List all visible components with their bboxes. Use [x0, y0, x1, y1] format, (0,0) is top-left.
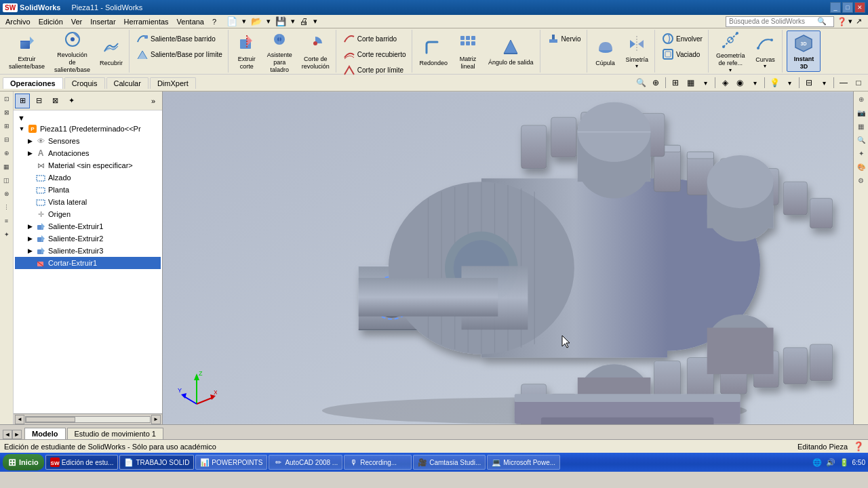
- zoom-to-area-icon[interactable]: ⊕: [649, 76, 663, 89]
- close-button[interactable]: ✕: [854, 2, 865, 13]
- simetria-dropdown[interactable]: ▾: [635, 63, 638, 69]
- light-dropdown[interactable]: ▾: [783, 76, 796, 89]
- save-dropdown[interactable]: ▾: [290, 16, 296, 26]
- start-button[interactable]: ⊞ Inicio: [3, 454, 44, 470]
- render-icon1[interactable]: ◈: [718, 76, 732, 89]
- taskbar-item-microsoft[interactable]: 💻 Microsoft Powe...: [487, 455, 560, 470]
- search-input[interactable]: [729, 18, 817, 25]
- render-icon2[interactable]: ◉: [733, 76, 747, 89]
- rmt-star[interactable]: ✦: [855, 147, 867, 159]
- tree-planta[interactable]: ▶ Planta: [15, 184, 161, 196]
- lp-icon-more[interactable]: »: [146, 94, 161, 108]
- corte-limite-button[interactable]: Corte por límite: [340, 62, 409, 77]
- menu-archivo[interactable]: Archivo: [1, 16, 35, 27]
- tree-saliente-extruir1[interactable]: ▶ Saliente-Extruir1: [15, 220, 161, 232]
- lsi-btn-9[interactable]: ⋮: [1, 201, 13, 214]
- saliente1-expander[interactable]: ▶: [26, 222, 34, 230]
- tree-alzado[interactable]: ▶ Alzado: [15, 171, 161, 184]
- nervio-button[interactable]: Nervio: [545, 31, 584, 46]
- lp-icon-star[interactable]: ✦: [64, 94, 79, 108]
- zoom-to-fit-icon[interactable]: 🔍: [634, 76, 648, 89]
- sensores-expander[interactable]: ▶: [26, 137, 34, 145]
- open-dropdown[interactable]: ▾: [266, 16, 271, 26]
- simetria-button[interactable]: Simetría ▾: [623, 31, 652, 71]
- redondeo-button[interactable]: Redondeo: [416, 35, 452, 68]
- print-icon[interactable]: 🖨: [298, 16, 311, 27]
- min-icon[interactable]: —: [837, 76, 850, 89]
- extruir-corte-button[interactable]: Extruircorte: [233, 30, 261, 73]
- instant3d-button[interactable]: 3D Instant3D: [787, 30, 821, 73]
- scroll-left[interactable]: ◄: [15, 415, 24, 424]
- print-dropdown[interactable]: ▾: [313, 16, 318, 26]
- lsi-btn-3[interactable]: ⊞: [1, 120, 13, 132]
- rmt-settings[interactable]: ⚙: [855, 174, 867, 186]
- corte-barrido-button[interactable]: Corte barrido: [340, 31, 409, 46]
- geometria-dropdown[interactable]: ▾: [729, 67, 732, 73]
- minimize-button[interactable]: _: [830, 2, 841, 13]
- new-dropdown[interactable]: ▾: [241, 16, 247, 26]
- tree-origen[interactable]: ▶ ✛ Origen: [15, 208, 161, 220]
- lp-icon-collapse[interactable]: ⊟: [31, 94, 46, 108]
- saliente2-expander[interactable]: ▶: [26, 235, 34, 243]
- search-box[interactable]: 🔍: [726, 16, 834, 27]
- status-help-icon[interactable]: ❓: [853, 441, 864, 451]
- section-dropdown[interactable]: ▾: [817, 76, 831, 89]
- menu-help[interactable]: ?: [208, 16, 220, 27]
- taskbar-item-powerpoints[interactable]: 📊 POWERPOINTS: [195, 455, 267, 470]
- lp-icon-filter[interactable]: ⊠: [47, 94, 62, 108]
- view-icon2[interactable]: ▦: [684, 76, 697, 89]
- taskbar-item-camtasia[interactable]: 🎥 Camtasia Studi...: [413, 455, 486, 470]
- open-file-icon[interactable]: 📂: [249, 16, 264, 27]
- tab-nav-left[interactable]: ◄: [3, 430, 12, 439]
- recubrir-button[interactable]: Recubrir: [96, 35, 126, 68]
- tree-root-item[interactable]: ▼ P Pieza11 (Predeterminado<<Pr: [15, 123, 161, 135]
- sw-help-icon[interactable]: ↗: [854, 16, 864, 26]
- saliente3-expander[interactable]: ▶: [26, 247, 34, 255]
- revolucion-button[interactable]: Revolucióndesaliente/base: [51, 26, 94, 75]
- lsi-btn-4[interactable]: ⊟: [1, 134, 13, 146]
- asistente-taladro-button[interactable]: Asistenteparataladro: [264, 26, 296, 75]
- tab-nav-right[interactable]: ►: [12, 430, 22, 439]
- curvas-button[interactable]: Curvas ▾: [751, 31, 779, 71]
- tree-saliente-extruir3[interactable]: ▶ Saliente-Extruir3: [15, 245, 161, 257]
- lsi-btn-1[interactable]: ⊡: [1, 93, 13, 105]
- lsi-btn-6[interactable]: ▦: [1, 161, 13, 173]
- envolver-button[interactable]: Envolver: [659, 31, 705, 46]
- tab-croquis[interactable]: Croquis: [64, 77, 105, 89]
- lsi-btn-8[interactable]: ⊗: [1, 188, 13, 200]
- view-icon3[interactable]: ▾: [698, 76, 712, 89]
- extruir-saliente-button[interactable]: Extruirsaliente/base: [5, 30, 48, 73]
- viewport[interactable]: Z X Y: [163, 92, 853, 424]
- rmt-camera[interactable]: 📷: [855, 106, 867, 119]
- menu-insertar[interactable]: Insertar: [86, 16, 119, 27]
- help-button[interactable]: ❓: [837, 17, 847, 26]
- taskbar-item-autocad[interactable]: ✏ AutoCAD 2008 ...: [269, 455, 342, 470]
- tree-anotaciones[interactable]: ▶ A Anotaciones: [15, 147, 161, 159]
- tab-calcular[interactable]: Calcular: [106, 77, 149, 89]
- tab-dimxpert[interactable]: DimXpert: [150, 77, 196, 89]
- corte-revolucion-button[interactable]: Corte derevolución: [298, 30, 333, 73]
- curvas-dropdown[interactable]: ▾: [764, 63, 766, 69]
- rmt-search[interactable]: 🔍: [855, 134, 867, 146]
- angulo-salida-button[interactable]: Ángulo de salida: [485, 34, 537, 68]
- lsi-btn-11[interactable]: ✦: [1, 228, 13, 241]
- menu-ventana[interactable]: Ventana: [173, 16, 208, 27]
- lsi-btn-7[interactable]: ◫: [1, 174, 13, 186]
- maximize-button[interactable]: □: [842, 2, 853, 13]
- geometria-refe-button[interactable]: Geometríade refe... ▾: [713, 27, 749, 75]
- lsi-btn-10[interactable]: ≡: [1, 215, 13, 227]
- rmt-palette[interactable]: 🎨: [855, 161, 867, 173]
- save-icon[interactable]: 💾: [273, 16, 288, 27]
- model-tab-modelo[interactable]: Modelo: [24, 428, 66, 439]
- scroll-right[interactable]: ►: [151, 415, 161, 424]
- model-tab-estudio[interactable]: Estudio de movimiento 1: [67, 428, 163, 439]
- view-icon1[interactable]: ⊞: [669, 76, 682, 89]
- tree-material[interactable]: ▶ ⋈ Material <sin especificar>: [15, 159, 161, 171]
- new-file-icon[interactable]: 📄: [224, 16, 239, 27]
- matriz-lineal-button[interactable]: Matrizlineal: [454, 30, 482, 73]
- taskbar-item-recording[interactable]: 🎙 Recording...: [344, 455, 412, 470]
- rmt-zoom-in[interactable]: ⊕: [855, 93, 867, 105]
- menu-edicion[interactable]: Edición: [35, 16, 67, 27]
- lp-icon-grid[interactable]: ⊞: [15, 94, 30, 108]
- rmt-grid[interactable]: ▦: [855, 120, 867, 132]
